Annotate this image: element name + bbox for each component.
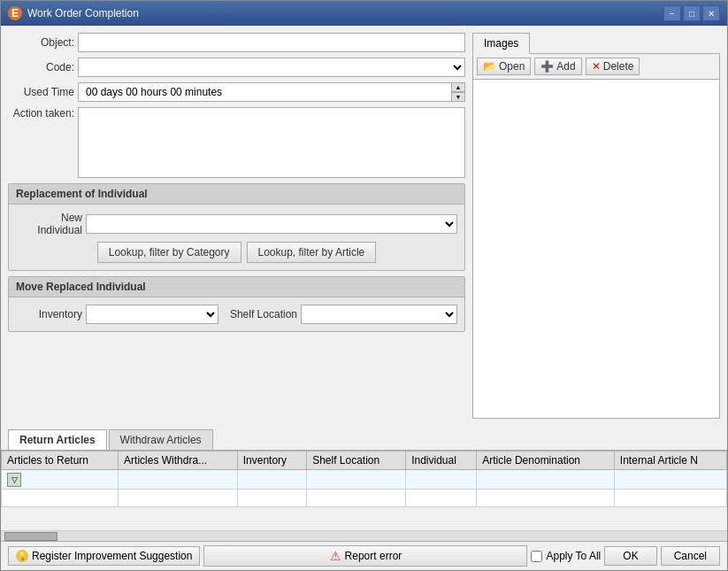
shelf-location-select-wrapper <box>301 305 457 324</box>
add-icon: ➕ <box>540 60 554 73</box>
horizontal-scrollbar[interactable] <box>1 530 727 541</box>
filter-cell-0: ▽ <box>2 470 119 490</box>
filter-icon: ▽ <box>7 473 21 487</box>
used-time-label: Used Time <box>8 86 74 98</box>
move-title: Move Replaced Individual <box>9 277 464 297</box>
left-panel: Object: Code: Used Time 00 days 00 hours… <box>8 33 465 419</box>
table-header-row: Articles to Return Articles Withdra... I… <box>2 451 727 470</box>
delete-image-button[interactable]: ✕ Delete <box>586 58 640 75</box>
image-toolbar: 📂 Open ➕ Add ✕ Delete <box>472 54 720 80</box>
move-section: Move Replaced Individual Inventory Shelf… <box>8 276 465 332</box>
empty-cell-4 <box>406 490 477 507</box>
filter-cell-1 <box>119 470 238 490</box>
articles-table-container: Articles to Return Articles Withdra... I… <box>1 451 727 530</box>
suggest-label: Register Improvement Suggestion <box>32 550 192 562</box>
new-individual-label: New Individual <box>16 212 82 236</box>
app-icon: E <box>8 6 22 20</box>
action-taken-input[interactable] <box>78 107 465 178</box>
replacement-section: Replacement of Individual New Individual… <box>8 183 465 271</box>
replacement-title: Replacement of Individual <box>9 184 464 204</box>
maximize-button[interactable]: □ <box>683 5 701 21</box>
empty-cell-3 <box>307 490 406 507</box>
filter-cell-2 <box>237 470 306 490</box>
title-bar: E Work Order Completion − □ ✕ <box>1 1 727 26</box>
new-individual-row: New Individual <box>16 212 457 236</box>
action-taken-row: Action taken: <box>8 107 465 178</box>
empty-cell-0 <box>2 490 119 507</box>
lookup-buttons: Lookup, filter by Category Lookup, filte… <box>16 242 457 263</box>
col-internal-article: Internal Article N <box>614 451 726 470</box>
object-row: Object: <box>8 33 465 52</box>
empty-cell-6 <box>614 490 726 507</box>
replacement-content: New Individual Lookup, filter by Categor… <box>9 204 464 270</box>
col-article-denomination: Article Denomination <box>477 451 615 470</box>
table-row <box>2 490 727 507</box>
inventory-select[interactable] <box>86 305 218 324</box>
code-select-wrapper <box>78 58 465 77</box>
filter-row: ▽ <box>2 470 727 490</box>
minimize-button[interactable]: − <box>663 5 681 21</box>
return-articles-tab[interactable]: Return Articles <box>8 429 107 450</box>
apply-all-group: Apply To All <box>531 550 601 562</box>
cancel-button[interactable]: Cancel <box>661 546 720 566</box>
window: E Work Order Completion − □ ✕ Object: Co… <box>0 0 728 571</box>
object-input[interactable] <box>78 33 465 52</box>
code-row: Code: <box>8 58 465 77</box>
delete-icon: ✕ <box>592 60 601 73</box>
used-time-select[interactable]: 00 days 00 hours 00 minutes <box>78 82 465 102</box>
new-individual-select-wrapper <box>86 214 457 234</box>
col-articles-to-return: Articles to Return <box>2 451 119 470</box>
filter-cell-3 <box>307 470 406 490</box>
report-error-button[interactable]: ⚠ Report error <box>203 545 527 567</box>
articles-table: Articles to Return Articles Withdra... I… <box>1 451 727 507</box>
inventory-label: Inventory <box>16 308 82 320</box>
images-tabs: Images <box>472 33 720 54</box>
title-bar-left: E Work Order Completion <box>8 6 139 20</box>
code-label: Code: <box>8 61 74 73</box>
col-inventory: Inventory <box>237 451 306 470</box>
filter-cell-5 <box>477 470 615 490</box>
footer-bar: 💡 Register Improvement Suggestion ⚠ Repo… <box>1 541 727 570</box>
withdraw-articles-tab[interactable]: Withdraw Articles <box>109 429 213 450</box>
bottom-tabs-row: Return Articles Withdraw Articles <box>1 426 727 451</box>
action-taken-label: Action taken: <box>8 107 74 120</box>
lightbulb-icon: 💡 <box>16 550 28 562</box>
title-bar-controls: − □ ✕ <box>663 5 720 21</box>
move-content: Inventory Shelf Location <box>9 297 464 331</box>
code-select[interactable] <box>78 58 465 77</box>
shelf-location-label: Shelf Location <box>222 308 297 320</box>
close-button[interactable]: ✕ <box>702 5 720 21</box>
main-content: Object: Code: Used Time 00 days 00 hours… <box>1 26 727 426</box>
right-panel: Images 📂 Open ➕ Add ✕ Delete <box>472 33 720 419</box>
used-time-wrapper: 00 days 00 hours 00 minutes ▲ ▼ <box>78 82 465 102</box>
images-tab[interactable]: Images <box>472 33 530 54</box>
report-label: Report error <box>345 550 402 562</box>
suggest-button[interactable]: 💡 Register Improvement Suggestion <box>8 546 200 566</box>
new-individual-select[interactable] <box>86 214 457 234</box>
image-area <box>472 80 720 419</box>
filter-cell-4 <box>406 470 477 490</box>
window-title: Work Order Completion <box>27 7 139 19</box>
open-image-button[interactable]: 📂 Open <box>477 58 531 75</box>
spinner-down-button[interactable]: ▼ <box>451 92 465 102</box>
spinner-up-button[interactable]: ▲ <box>451 82 465 92</box>
col-shelf-location: Shelf Location <box>307 451 406 470</box>
ok-button[interactable]: OK <box>604 546 656 566</box>
used-time-spinner: ▲ ▼ <box>451 82 465 102</box>
empty-cell-1 <box>119 490 238 507</box>
apply-all-label: Apply To All <box>546 550 601 562</box>
inventory-row: Inventory Shelf Location <box>16 305 457 324</box>
filter-cell-6 <box>614 470 726 490</box>
empty-cell-5 <box>477 490 615 507</box>
col-individual: Individual <box>406 451 477 470</box>
shelf-location-select[interactable] <box>301 305 457 324</box>
error-icon: ⚠ <box>330 549 341 563</box>
lookup-category-button[interactable]: Lookup, filter by Category <box>97 242 241 263</box>
scrollbar-thumb[interactable] <box>4 532 57 541</box>
lookup-article-button[interactable]: Lookup, filter by Article <box>247 242 377 263</box>
add-image-button[interactable]: ➕ Add <box>534 58 581 75</box>
used-time-row: Used Time 00 days 00 hours 00 minutes ▲ … <box>8 82 465 102</box>
open-icon: 📂 <box>483 60 496 73</box>
apply-all-checkbox[interactable] <box>531 551 542 562</box>
col-articles-withdraw: Articles Withdra... <box>119 451 238 470</box>
